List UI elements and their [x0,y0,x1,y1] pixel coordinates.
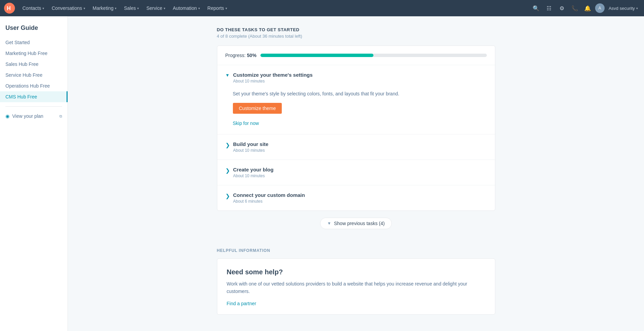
task-title: Connect your custom domain [233,192,305,198]
nav-automation[interactable]: Automation ▾ [169,3,203,13]
task-duration: About 6 minutes [233,199,305,204]
sidebar-divider [5,106,62,107]
sidebar-title: User Guide [0,24,68,37]
chevron-down-icon: ▾ [225,6,227,10]
task-create-blog-header[interactable]: ❯ Create your blog About 10 minutes [217,160,495,185]
phone-icon[interactable]: 📞 [569,3,580,14]
external-link-icon: ⧉ [59,114,62,118]
tasks-section-title: DO THESE TASKS TO GET STARTED [217,27,495,32]
hubspot-logo[interactable]: H [4,3,15,14]
chevron-down-icon: ▾ [636,6,638,10]
settings-icon[interactable]: ⚙ [556,3,567,14]
sidebar-item-get-started[interactable]: Get Started [0,37,68,48]
customize-theme-button[interactable]: Customize theme [233,103,282,114]
find-a-partner-link[interactable]: Find a partner [227,301,256,306]
task-custom-domain: ❯ Connect your custom domain About 6 min… [217,185,495,210]
helpful-section-title: HELPFUL INFORMATION [217,248,495,253]
task-title: Customize your theme's settings [233,72,312,78]
task-title: Create your blog [233,167,274,172]
nav-service[interactable]: Service ▾ [143,3,169,13]
helpful-card-description: Work with one of our vetted solutions pr… [227,280,485,295]
nav-items: Contacts ▾ Conversations ▾ Marketing ▾ S… [19,3,531,13]
search-icon[interactable]: 🔍 [531,3,541,14]
chevron-right-icon: ❯ [225,142,230,148]
chevron-down-icon: ▼ [327,221,331,226]
account-menu[interactable]: Asvd security ▾ [607,4,640,12]
task-build-site: ❯ Build your site About 10 minutes [217,134,495,160]
tasks-header: DO THESE TASKS TO GET STARTED 4 of 8 com… [217,27,495,39]
task-duration: About 10 minutes [233,79,312,84]
task-build-site-header[interactable]: ❯ Build your site About 10 minutes [217,134,495,160]
progress-label: Progress: 50% [225,53,257,58]
sidebar-item-cms-hub-free[interactable]: CMS Hub Free [0,91,68,102]
sidebar-item-service-hub-free[interactable]: Service Hub Free [0,70,68,80]
task-description: Set your theme's style by selecting colo… [233,90,487,97]
chevron-down-icon: ▾ [115,6,116,10]
chevron-right-icon: ❯ [225,193,230,199]
avatar[interactable]: A [595,3,605,13]
nav-reports[interactable]: Reports ▾ [204,3,231,13]
nav-conversations[interactable]: Conversations ▾ [48,3,89,13]
chevron-down-icon: ▾ [84,6,85,10]
task-customize-theme-header[interactable]: ▼ Customize your theme's settings About … [217,65,495,90]
nav-sales[interactable]: Sales ▾ [121,3,142,13]
page-layout: User Guide Get Started Marketing Hub Fre… [0,16,644,331]
helpful-info-card: Need some help? Work with one of our vet… [217,258,495,315]
progress-percent: 50% [247,53,256,58]
chevron-right-icon: ❯ [225,167,230,174]
task-custom-domain-header[interactable]: ❯ Connect your custom domain About 6 min… [217,185,495,210]
task-create-blog: ❯ Create your blog About 10 minutes [217,160,495,185]
chevron-down-icon: ▾ [198,6,200,10]
tasks-section-subtitle: 4 of 8 complete (About 36 minutes total … [217,34,495,39]
bell-icon[interactable]: 🔔 [582,3,593,14]
nav-contacts[interactable]: Contacts ▾ [19,3,48,13]
helpful-card-title: Need some help? [227,268,485,276]
task-title: Build your site [233,141,269,147]
svg-text:H: H [7,5,11,11]
task-customize-theme: ▼ Customize your theme's settings About … [217,65,495,134]
task-duration: About 10 minutes [233,148,269,153]
skip-for-now-link[interactable]: Skip for now [233,121,487,126]
nav-right-actions: 🔍 ☷ ⚙ 📞 🔔 A Asvd security ▾ [531,3,640,14]
apps-icon[interactable]: ☷ [544,3,554,14]
sidebar-item-marketing-hub-free[interactable]: Marketing Hub Free [0,48,68,59]
tasks-card: Progress: 50% ▼ Customize your theme's s… [217,45,495,211]
shield-icon: ◉ [5,113,10,119]
helpful-information-section: HELPFUL INFORMATION Need some help? Work… [217,248,495,315]
sidebar-item-sales-hub-free[interactable]: Sales Hub Free [0,59,68,70]
task-body: Set your theme's style by selecting colo… [217,90,495,134]
chevron-down-icon: ▾ [42,6,44,10]
task-duration: About 10 minutes [233,173,274,178]
chevron-down-icon: ▾ [164,6,165,10]
top-navigation: H Contacts ▾ Conversations ▾ Marketing ▾… [0,0,644,16]
nav-marketing[interactable]: Marketing ▾ [89,3,120,13]
sidebar: User Guide Get Started Marketing Hub Fre… [0,16,68,331]
progress-section: Progress: 50% [217,46,495,65]
progress-bar-fill [260,54,373,57]
sidebar-view-plan[interactable]: ◉ View your plan ⧉ [0,111,68,122]
main-content: DO THESE TASKS TO GET STARTED 4 of 8 com… [203,16,509,331]
chevron-down-icon: ▾ [137,6,139,10]
chevron-down-icon: ▼ [225,73,230,78]
progress-bar-background [260,54,486,57]
show-previous-tasks-button[interactable]: ▼ Show previous tasks (4) [320,218,392,229]
sidebar-item-operations-hub-free[interactable]: Operations Hub Free [0,80,68,91]
